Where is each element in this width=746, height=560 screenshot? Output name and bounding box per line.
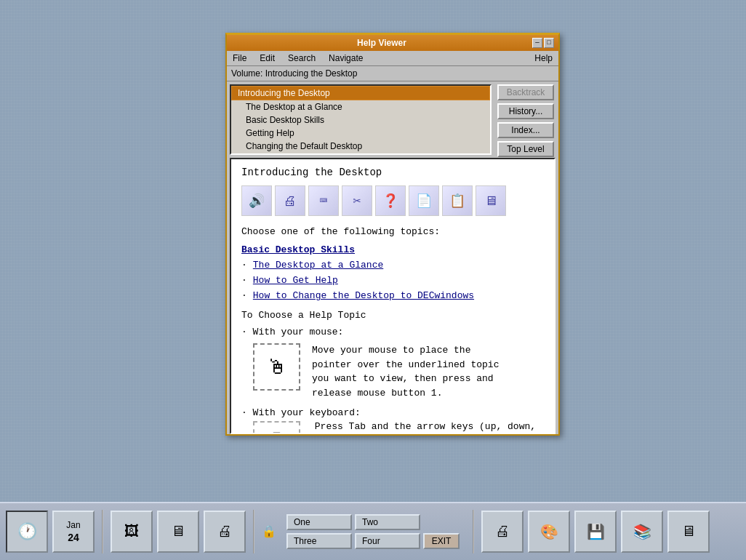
print2-icon: 🖨: [495, 523, 510, 540]
files-icon: 🖼: [124, 523, 139, 540]
date-month: Jan: [66, 520, 80, 530]
taskbar-btn-palette[interactable]: 🎨: [528, 511, 570, 553]
mouse-section-label: · With your mouse:: [241, 327, 544, 337]
mouse-icon: 🖱: [253, 343, 300, 391]
taskbar: 🕐 Jan 24 🖼 🖥 🖨 🔒 One Two Three Four EXIT…: [0, 502, 746, 560]
content-scroll-wrapper: Introducing the Desktop 🔊 🖨 ⌨ ✂ ❓ 📄 📋 🖥 …: [227, 158, 558, 434]
title-bar: Help Viewer ─ □: [227, 35, 558, 51]
icon-scissors: ✂: [342, 185, 372, 216]
lock-icon: 🔒: [262, 524, 276, 539]
icon-folder: 📋: [442, 185, 473, 216]
taskbar-btn-printer[interactable]: 🖨: [204, 511, 246, 553]
taskbar-btn-books[interactable]: 📚: [621, 511, 663, 553]
taskbar-btn-terminal[interactable]: 🖥: [157, 511, 199, 553]
menu-file[interactable]: File: [230, 52, 249, 64]
topics-header: Choose one of the following topics:: [241, 226, 544, 237]
link-change-desktop[interactable]: How to Change the Desktop to DECwindows: [253, 290, 474, 301]
content-title: Introducing the Desktop: [241, 167, 544, 178]
keyboard-section-label: · With your keyboard:: [241, 407, 544, 418]
lock-area: 🔒: [262, 524, 276, 539]
links-section: Basic Desktop Skills · The Desktop at a …: [241, 244, 544, 301]
window-controls: ─ □: [532, 38, 554, 48]
taskbar-row-2: Three Four EXIT: [286, 533, 460, 549]
icon-document: 📄: [409, 185, 439, 216]
top-level-button[interactable]: Top Level: [497, 141, 554, 157]
taskbar-date: Jan 24: [52, 511, 95, 553]
mouse-demo: 🖱 Move your mouse to place the pointer o…: [253, 343, 544, 400]
taskbar-text-area: One Two Three Four EXIT: [286, 514, 460, 549]
content-area[interactable]: Introducing the Desktop 🔊 🖨 ⌨ ✂ ❓ 📄 📋 🖥 …: [230, 158, 556, 434]
icon-row: 🔊 🖨 ⌨ ✂ ❓ 📄 📋 🖥: [241, 185, 544, 216]
content-inner: Introducing the Desktop 🔊 🖨 ⌨ ✂ ❓ 📄 📋 🖥 …: [231, 159, 554, 434]
how-to-section: To Choose a Help Topic · With your mouse…: [241, 310, 544, 434]
navigation-panel: Introducing the Desktop The Desktop at a…: [227, 81, 558, 158]
taskbar-four-button[interactable]: Four: [355, 533, 420, 549]
link-item-1: · The Desktop at a Glance: [241, 260, 544, 271]
topic-item-keyboard[interactable]: Keyboard Shortcuts for the Desktop: [231, 153, 490, 155]
help-viewer-window: Help Viewer ─ □ File Edit Search Navigat…: [225, 33, 560, 436]
window-title: Help Viewer: [231, 38, 532, 48]
taskbar-btn-files[interactable]: 🖼: [111, 511, 153, 553]
icon-keyboard: 🖥: [476, 185, 506, 216]
divider-1: [102, 510, 103, 553]
backtrack-button[interactable]: Backtrack: [497, 84, 554, 100]
icon-question: ❓: [375, 185, 406, 216]
taskbar-one-button[interactable]: One: [286, 514, 352, 530]
minimize-button[interactable]: ─: [532, 38, 542, 48]
nav-buttons-panel: Backtrack History... Index... Top Level: [493, 81, 558, 158]
taskbar-two-button[interactable]: Two: [355, 514, 420, 530]
icon-printer: 🖨: [275, 185, 305, 216]
taskbar-row-1: One Two: [286, 514, 460, 530]
keyboard-icon: ⌨: [253, 421, 300, 434]
maximize-button[interactable]: □: [544, 38, 554, 48]
taskbar-btn-monitor[interactable]: 🖥: [667, 511, 710, 553]
taskbar-btn-print2[interactable]: 🖨: [481, 511, 524, 553]
printer-icon: 🖨: [217, 523, 232, 540]
link-get-help[interactable]: How to Get Help: [253, 275, 338, 286]
icon-speaker: 🔊: [241, 185, 272, 216]
taskbar-exit-button[interactable]: EXIT: [423, 533, 460, 549]
topic-list[interactable]: Introducing the Desktop The Desktop at a…: [230, 84, 492, 155]
how-to-header: To Choose a Help Topic: [241, 310, 544, 321]
clock-icon: 🕐: [17, 522, 37, 541]
books-icon: 📚: [633, 523, 651, 541]
volume-label: Volume: Introducing the Desktop: [227, 66, 558, 81]
save-icon: 💾: [587, 523, 605, 541]
monitor-icon: 🖥: [681, 523, 696, 540]
link-basic-skills[interactable]: Basic Desktop Skills: [241, 244, 355, 255]
divider-3: [473, 510, 474, 553]
mouse-instruction-text: Move your mouse to place the pointer ove…: [312, 343, 516, 400]
taskbar-btn-save[interactable]: 💾: [574, 511, 617, 553]
link-item-3: · How to Change the Desktop to DECwindow…: [241, 290, 544, 301]
taskbar-three-button[interactable]: Three: [286, 533, 352, 549]
topic-item-default[interactable]: Changing the Default Desktop: [231, 140, 490, 153]
terminal-icon: 🖥: [171, 523, 185, 540]
menu-search[interactable]: Search: [285, 52, 318, 64]
topic-item-help[interactable]: Getting Help: [231, 127, 490, 140]
index-button[interactable]: Index...: [497, 122, 554, 138]
divider-2: [253, 510, 254, 553]
menu-navigate[interactable]: Navigate: [326, 52, 366, 64]
taskbar-clock: 🕐: [6, 511, 48, 553]
link-glance[interactable]: The Desktop at a Glance: [253, 260, 383, 271]
menu-help[interactable]: Help: [532, 52, 556, 64]
topic-item-skills[interactable]: Basic Desktop Skills: [231, 113, 490, 127]
keyboard-demo: ⌨ Press Tab and the arrow keys (up, down…: [253, 421, 544, 434]
history-button[interactable]: History...: [497, 103, 554, 119]
link-item-2: · How to Get Help: [241, 275, 544, 286]
menu-bar: File Edit Search Navigate Help: [227, 51, 558, 66]
date-day: 24: [68, 532, 79, 543]
link-item-0: Basic Desktop Skills: [241, 244, 544, 255]
palette-icon: 🎨: [540, 523, 558, 541]
topic-item-introducing[interactable]: Introducing the Desktop: [231, 86, 490, 100]
topic-item-glance[interactable]: The Desktop at a Glance: [231, 100, 490, 113]
menu-edit[interactable]: Edit: [257, 52, 278, 64]
icon-keyboard2: ⌨: [308, 185, 339, 216]
